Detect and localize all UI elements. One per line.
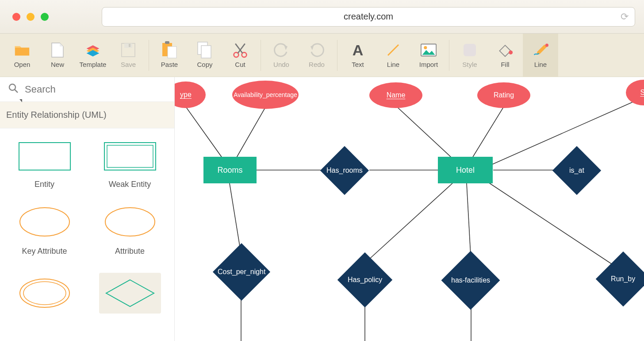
svg-line-35 [230,183,241,254]
toolbar: Open New Template Save Paste Copy C [0,34,644,77]
svg-rect-20 [19,143,70,170]
style-label: Style [462,61,477,68]
rel-run-by[interactable]: Run_by [596,252,644,306]
shape-attribute[interactable]: Attribute [104,206,157,256]
folder-icon [14,42,30,58]
style-icon [462,42,478,58]
cut-label: Cut [235,61,245,68]
rel-has-facilities[interactable]: has-facilities [441,251,500,310]
undo-button[interactable]: Undo [264,34,299,77]
svg-line-28 [234,108,265,161]
toolbar-separator [337,40,337,71]
save-icon [120,42,136,58]
svg-line-31 [484,99,639,168]
cut-button[interactable]: Cut [222,34,258,77]
entity-rooms[interactable]: Rooms [203,157,257,183]
redo-label: Redo [309,61,325,68]
svg-point-25 [20,279,69,307]
url-text: creately.com [344,12,393,22]
undo-icon [273,42,289,58]
shape-entity[interactable]: Entity [18,142,71,189]
svg-rect-5 [168,46,176,58]
new-label: New [51,61,64,68]
svg-point-16 [509,50,513,54]
image-icon [421,42,437,58]
svg-line-29 [396,106,458,163]
svg-point-26 [23,282,66,305]
attr-name[interactable]: Name [369,82,422,108]
import-button[interactable]: Import [411,34,446,77]
svg-rect-21 [104,143,156,170]
copy-button[interactable]: Copy [187,34,222,77]
rel-has-policy[interactable]: Has_policy [337,252,392,307]
attr-availability[interactable]: Availability_percentage [232,81,299,109]
url-bar[interactable]: creately.com ⟳ [102,7,635,27]
style-button[interactable]: Style [452,34,487,77]
shape-key-attribute[interactable]: Key Attribute [18,206,71,256]
toolbar-separator [149,40,149,71]
search-icon [8,83,19,96]
svg-rect-2 [129,44,130,47]
dropdown-triangle-icon[interactable] [19,99,22,102]
attr-type[interactable]: ype [175,81,206,108]
reload-icon[interactable]: ⟳ [621,11,629,23]
line-button[interactable]: Line [376,34,411,77]
text-button[interactable]: A Text [340,34,376,77]
attr-st[interactable]: St [626,80,644,105]
paste-button[interactable]: Paste [152,34,187,77]
entity-hotel[interactable]: Hotel [438,157,493,183]
attr-rating[interactable]: Rating [477,82,530,108]
shape-label: Attribute [115,247,145,256]
paste-label: Paste [161,61,178,68]
fill-button[interactable]: Fill [487,34,523,77]
workspace: Entity Relationship (UML) ▲ Entity Weak … [0,77,644,341]
line-style-label: Line [534,61,547,68]
shapes-list: ▲ Entity Weak Entity Key Attribute Attri… [0,128,174,341]
shape-relationship[interactable] [99,273,161,314]
svg-rect-1 [124,43,132,48]
new-button[interactable]: New [40,34,75,77]
toolbar-separator [449,40,449,71]
rel-cost-per-night[interactable]: Cost_per_night [213,243,270,301]
pencil-icon [533,42,548,58]
close-window-icon[interactable] [12,13,20,21]
svg-line-12 [388,45,399,55]
diagram-edges [175,77,644,341]
svg-rect-15 [464,44,476,56]
window-controls [12,13,49,21]
diagram-canvas[interactable]: ype Availability_percentage Name Rating … [175,77,644,341]
fill-icon [497,42,513,58]
redo-icon [309,42,325,58]
shape-multivalued[interactable] [18,277,71,309]
svg-line-27 [184,104,228,166]
shape-weak-entity[interactable]: Weak Entity [104,142,157,189]
template-button[interactable]: Template [75,34,111,77]
shape-label: Key Attribute [22,247,67,256]
svg-line-38 [484,180,617,267]
rel-has-rooms[interactable]: Has_rooms [320,146,369,195]
line-label: Line [387,61,399,68]
copy-icon [197,42,213,58]
scissors-icon [232,42,248,58]
svg-line-19 [15,89,18,93]
search-input[interactable] [25,84,166,95]
svg-point-14 [424,46,427,49]
svg-rect-7 [201,46,211,58]
svg-rect-4 [165,41,169,44]
save-button[interactable]: Save [111,34,146,77]
shapes-panel: Entity Relationship (UML) ▲ Entity Weak … [0,77,175,341]
redo-button[interactable]: Redo [299,34,334,77]
svg-point-24 [105,208,155,236]
svg-line-30 [469,106,504,163]
shape-label: Weak Entity [109,180,151,189]
import-label: Import [419,61,438,68]
rel-is-at[interactable]: is_at [552,146,601,195]
panel-title: Entity Relationship (UML) [0,102,174,128]
open-button[interactable]: Open [4,34,40,77]
minimize-window-icon[interactable] [27,13,34,21]
fill-label: Fill [501,61,509,68]
line-style-button[interactable]: Line [523,34,558,77]
svg-rect-22 [107,145,153,167]
maximize-window-icon[interactable] [41,13,49,21]
search-row [0,77,174,102]
